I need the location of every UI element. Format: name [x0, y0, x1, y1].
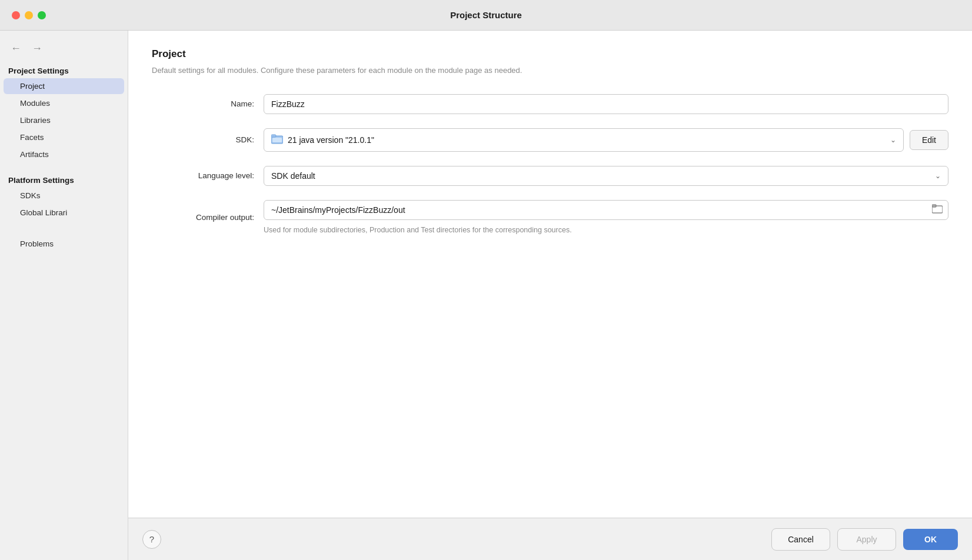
sdk-row: SDK: 21 java version "21.0.1" [152, 128, 948, 152]
compiler-output-control: Used for module subdirectories, Producti… [264, 200, 948, 236]
language-level-row: Language level: SDK default ⌄ [152, 166, 948, 186]
ok-button[interactable]: OK [903, 529, 958, 550]
sidebar-item-modules[interactable]: Modules [4, 95, 124, 111]
compiler-input-wrapper [264, 200, 948, 220]
browse-folder-button[interactable] [932, 204, 943, 216]
svg-rect-1 [271, 135, 276, 137]
language-level-control: SDK default ⌄ [264, 166, 948, 186]
sdk-select[interactable]: 21 java version "21.0.1" ⌄ [264, 128, 904, 152]
sdk-row-inner: 21 java version "21.0.1" ⌄ Edit [264, 128, 948, 152]
nav-arrows: ← → [0, 36, 128, 61]
project-settings-label: Project Settings [0, 61, 128, 78]
name-row: Name: [152, 94, 948, 114]
language-level-value: SDK default [271, 171, 935, 181]
spacer [0, 163, 128, 170]
language-level-chevron-icon: ⌄ [935, 172, 941, 180]
compiler-output-hint: Used for module subdirectories, Producti… [264, 225, 948, 236]
maximize-button[interactable] [38, 11, 46, 19]
window-controls [12, 11, 46, 19]
forward-button[interactable]: → [29, 41, 45, 56]
sdk-control: 21 java version "21.0.1" ⌄ Edit [264, 128, 948, 152]
apply-button[interactable]: Apply [837, 528, 896, 551]
sidebar-item-facets[interactable]: Facets [4, 129, 124, 145]
bottom-bar: ? Cancel Apply OK [128, 518, 972, 560]
sidebar-item-artifacts[interactable]: Artifacts [4, 146, 124, 162]
sdk-edit-button[interactable]: Edit [910, 130, 948, 150]
sidebar-item-problems[interactable]: Problems [4, 236, 124, 252]
titlebar: Project Structure [0, 0, 972, 31]
cancel-button[interactable]: Cancel [771, 528, 830, 551]
sidebar-item-sdks[interactable]: SDKs [4, 188, 124, 204]
name-label: Name: [152, 99, 264, 108]
spacer3 [0, 228, 128, 235]
name-input[interactable] [264, 94, 948, 114]
sdk-chevron-icon: ⌄ [890, 136, 896, 144]
compiler-output-label: Compiler output: [152, 213, 264, 222]
platform-settings-label: Platform Settings [0, 170, 128, 187]
content-body: Project Default settings for all modules… [128, 31, 972, 518]
sdk-label: SDK: [152, 135, 264, 144]
content-title: Project [152, 48, 948, 60]
close-button[interactable] [12, 11, 20, 19]
window-title: Project Structure [450, 10, 522, 20]
minimize-button[interactable] [25, 11, 33, 19]
help-button[interactable]: ? [142, 530, 161, 549]
content-area: Project Default settings for all modules… [128, 31, 972, 560]
back-button[interactable]: ← [8, 41, 24, 56]
sdk-value: 21 java version "21.0.1" [288, 135, 890, 145]
name-control [264, 94, 948, 114]
spacer2 [0, 221, 128, 228]
help-icon: ? [149, 534, 154, 544]
sidebar-item-libraries[interactable]: Libraries [4, 112, 124, 128]
svg-rect-2 [272, 138, 282, 142]
sidebar: ← → Project Settings Project Modules Lib… [0, 31, 128, 560]
compiler-output-input[interactable] [264, 200, 948, 220]
sidebar-item-global-libraries[interactable]: Global Librari [4, 205, 124, 221]
sdk-folder-icon [271, 134, 283, 146]
compiler-output-row: Compiler output: Used for module subdire… [152, 200, 948, 236]
content-description: Default settings for all modules. Config… [152, 65, 948, 76]
sidebar-item-project[interactable]: Project [4, 78, 124, 94]
main-container: ← → Project Settings Project Modules Lib… [0, 31, 972, 560]
language-level-label: Language level: [152, 171, 264, 180]
language-level-dropdown[interactable]: SDK default ⌄ [264, 166, 948, 186]
